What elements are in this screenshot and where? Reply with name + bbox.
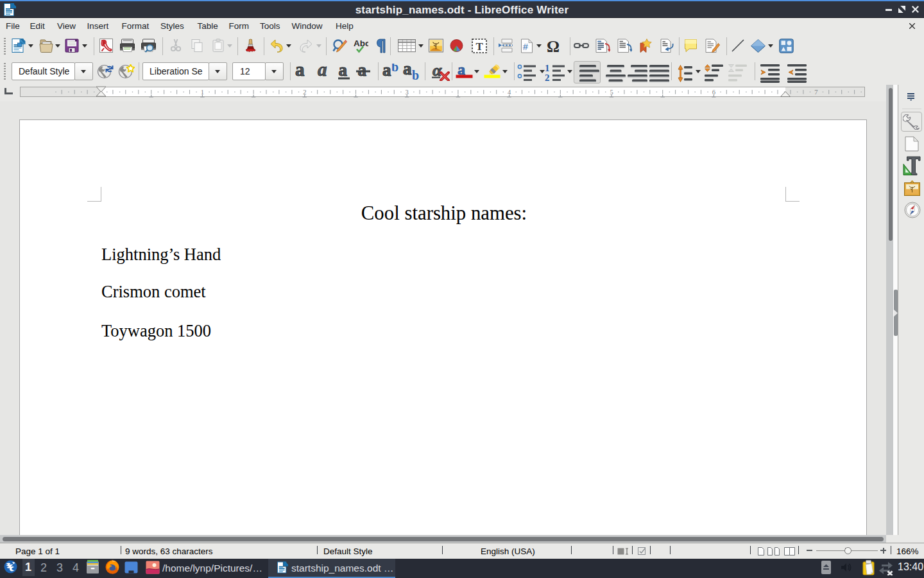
- svg-text:a: a: [339, 64, 348, 80]
- svg-text:Ω: Ω: [547, 39, 560, 54]
- svg-text:1: 1: [201, 89, 204, 96]
- svg-text:a: a: [295, 64, 305, 80]
- svg-text:7: 7: [814, 89, 817, 96]
- svg-text:2: 2: [545, 73, 550, 82]
- svg-text:a: a: [403, 64, 412, 78]
- svg-text:6: 6: [712, 89, 715, 96]
- svg-text:a: a: [382, 64, 391, 80]
- svg-text:#: #: [523, 42, 528, 52]
- svg-text:3: 3: [406, 89, 409, 96]
- svg-text:1: 1: [545, 64, 550, 73]
- svg-text:Abc: Abc: [354, 39, 368, 48]
- svg-text:b: b: [412, 68, 419, 81]
- svg-text:b: b: [391, 64, 398, 74]
- svg-text:4: 4: [508, 89, 511, 96]
- svg-text:T: T: [476, 40, 484, 53]
- svg-text:a: a: [318, 64, 327, 80]
- svg-text:2: 2: [303, 89, 306, 96]
- svg-text:5: 5: [610, 89, 613, 96]
